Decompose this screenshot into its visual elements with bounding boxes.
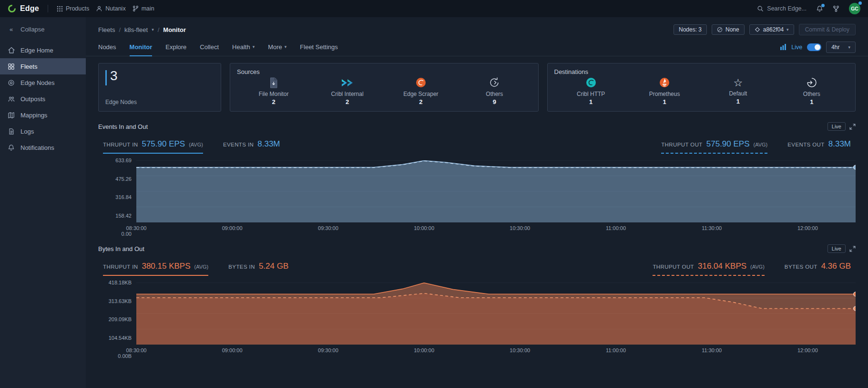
global-search[interactable]: Search Edge... bbox=[757, 5, 807, 12]
sidebar-item-edge-home[interactable]: Edge Home bbox=[0, 42, 86, 58]
stat-value: 4.36 GB bbox=[821, 262, 851, 271]
destination-prometheus[interactable]: Prometheus 1 bbox=[643, 76, 686, 105]
tab-monitor[interactable]: Monitor bbox=[130, 39, 153, 56]
source-others[interactable]: Others 9 bbox=[473, 76, 516, 105]
tab-label: Monitor bbox=[130, 43, 153, 51]
nodes-count-badge[interactable]: Nodes: 3 bbox=[674, 24, 707, 35]
tab-label: Health bbox=[232, 43, 250, 51]
notification-dot bbox=[821, 4, 825, 7]
tab-fleet-settings[interactable]: Fleet Settings bbox=[300, 39, 338, 56]
bytes-section-title: Bytes In and Out bbox=[98, 245, 144, 252]
source-count: 9 bbox=[473, 98, 516, 105]
sidebar-item-label: Outposts bbox=[20, 95, 45, 103]
sidebar-collapse[interactable]: « Collapse bbox=[0, 21, 86, 37]
chevron-down-icon[interactable]: ▾ bbox=[152, 27, 154, 32]
destinations-title: Destinations bbox=[554, 68, 849, 75]
bytes-out-stat: BYTES OUT 4.36 GB bbox=[785, 262, 851, 276]
bytes-chart[interactable]: 0.00B104.54KB209.09KB313.63KB418.18KB 08… bbox=[98, 283, 856, 356]
source-count: 2 bbox=[399, 98, 442, 105]
bytes-chart-plot bbox=[136, 283, 856, 345]
bytes-in-stat: BYTES IN 5.24 GB bbox=[228, 262, 288, 276]
bytes-stats-row: THRUPUT IN 380.15 KBPS (AVG) BYTES IN 5.… bbox=[98, 262, 856, 276]
source-count: 2 bbox=[326, 98, 369, 105]
brand[interactable]: Edge bbox=[8, 4, 39, 13]
products-menu[interactable]: Products bbox=[57, 5, 89, 12]
tab-more[interactable]: More▾ bbox=[268, 39, 286, 56]
tab-nodes[interactable]: Nodes bbox=[98, 39, 116, 56]
sidebar-item-label: Mappings bbox=[20, 112, 47, 119]
tab-health[interactable]: Health▾ bbox=[232, 39, 255, 56]
bars-icon bbox=[780, 44, 786, 50]
branch-menu[interactable]: main bbox=[133, 5, 154, 12]
sidebar-item-outposts[interactable]: Outposts bbox=[0, 91, 86, 107]
sidebar-item-fleets[interactable]: Fleets bbox=[0, 58, 86, 74]
branch-label: main bbox=[142, 5, 154, 12]
tenant-label: Nutanix bbox=[105, 5, 125, 12]
destination-cribl-http[interactable]: Cribl HTTP 1 bbox=[570, 76, 613, 105]
commit-badge[interactable]: a862f04 ▾ bbox=[749, 24, 794, 35]
source-cribl-internal[interactable]: Cribl Internal 2 bbox=[326, 76, 369, 105]
sidebar-item-label: Notifications bbox=[20, 144, 54, 151]
expand-icon[interactable] bbox=[849, 124, 856, 130]
events-stats-row: THRUPUT IN 575.90 EPS (AVG) EVENTS IN 8.… bbox=[98, 139, 856, 154]
stat-value: 316.04 KBPS bbox=[698, 262, 746, 271]
source-file-monitor[interactable]: File Monitor 2 bbox=[252, 76, 295, 105]
destination-default[interactable]: ☆ Default 1 bbox=[716, 77, 759, 105]
expand-icon[interactable] bbox=[849, 246, 856, 252]
notifications-button[interactable] bbox=[816, 5, 823, 12]
cribl-internal-icon bbox=[341, 76, 354, 89]
time-range-select[interactable]: 4hr ▾ bbox=[826, 42, 856, 53]
events-chart[interactable]: 0.00158.42316.84475.26633.69 08:30:0009:… bbox=[98, 160, 856, 234]
tab-label: Explore bbox=[165, 43, 186, 51]
tab-explore[interactable]: Explore bbox=[165, 39, 186, 56]
sidebar-item-notifications[interactable]: Notifications bbox=[0, 139, 86, 156]
breadcrumb-fleets[interactable]: Fleets bbox=[98, 26, 115, 33]
topbar-right: Search Edge... GC bbox=[757, 3, 860, 14]
stat-avg: (AVG) bbox=[194, 264, 209, 270]
breadcrumb-fleet-name[interactable]: k8s-fleet bbox=[124, 26, 148, 33]
commit-icon bbox=[755, 27, 760, 32]
thruput-out-stat[interactable]: THRUPUT OUT 316.04 KBPS (AVG) bbox=[653, 262, 764, 276]
sidebar-item-edge-nodes[interactable]: Edge Nodes bbox=[0, 74, 86, 91]
sidebar-item-label: Fleets bbox=[20, 63, 37, 70]
source-label: File Monitor bbox=[252, 91, 295, 97]
search-placeholder: Search Edge... bbox=[767, 5, 807, 12]
thruput-in-stat[interactable]: THRUPUT IN 575.90 EPS (AVG) bbox=[103, 139, 203, 154]
bytes-section: Bytes In and Out Live THRUPUT IN 380.15 … bbox=[98, 244, 856, 356]
events-section: Events In and Out Live THRUPUT IN 575.90… bbox=[98, 122, 856, 234]
sidebar-item-logs[interactable]: Logs bbox=[0, 123, 86, 139]
events-live-chip[interactable]: Live bbox=[827, 122, 846, 131]
config-state-badge[interactable]: None bbox=[712, 24, 745, 35]
edge-scraper-icon bbox=[415, 76, 427, 89]
avatar: GC bbox=[849, 3, 860, 14]
topbar: Edge Products Nutanix main Search Edge..… bbox=[0, 0, 868, 17]
commit-deploy-button[interactable]: Commit & Deploy bbox=[799, 24, 856, 35]
destination-others[interactable]: Others 1 bbox=[790, 76, 833, 105]
fleets-icon bbox=[7, 63, 15, 70]
destination-label: Default bbox=[716, 90, 759, 97]
bytes-live-chip[interactable]: Live bbox=[827, 244, 846, 253]
user-icon bbox=[96, 5, 102, 12]
tab-collect[interactable]: Collect bbox=[200, 39, 219, 56]
sidebar-item-mappings[interactable]: Mappings bbox=[0, 107, 86, 123]
stat-value: 380.15 KBPS bbox=[142, 262, 190, 271]
source-edge-scraper[interactable]: Edge Scraper 2 bbox=[399, 76, 442, 105]
thruput-out-stat[interactable]: THRUPUT OUT 575.90 EPS (AVG) bbox=[661, 139, 767, 154]
sidebar-item-label: Edge Nodes bbox=[20, 79, 55, 86]
thruput-in-stat[interactable]: THRUPUT IN 380.15 KBPS (AVG) bbox=[103, 262, 208, 276]
version-control-button[interactable] bbox=[833, 5, 839, 12]
outposts-icon bbox=[7, 95, 15, 103]
stat-value: 8.33M bbox=[257, 139, 280, 149]
user-avatar[interactable]: GC bbox=[849, 3, 860, 14]
stat-avg: (AVG) bbox=[754, 142, 768, 147]
live-toggle[interactable] bbox=[807, 43, 821, 51]
search-icon bbox=[757, 5, 764, 12]
edge-nodes-icon bbox=[7, 79, 15, 86]
destination-count: 1 bbox=[716, 98, 759, 105]
breadcrumb-row: Fleets / k8s-fleet ▾ / Monitor Nodes: 3 … bbox=[86, 17, 868, 38]
edge-nodes-panel[interactable]: 3 Edge Nodes bbox=[98, 63, 221, 112]
collapse-label: Collapse bbox=[20, 26, 45, 33]
tenant-menu[interactable]: Nutanix bbox=[96, 5, 125, 12]
file-monitor-icon bbox=[269, 76, 278, 89]
source-label: Edge Scraper bbox=[399, 91, 442, 97]
